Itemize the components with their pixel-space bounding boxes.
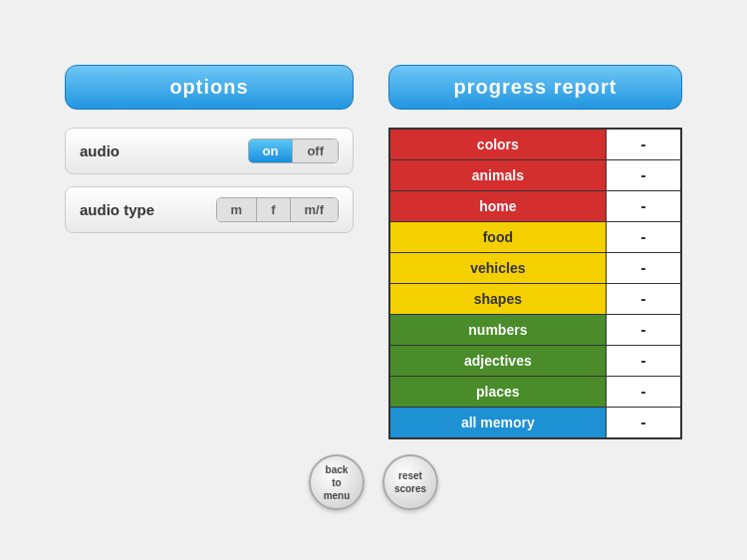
audio-type-label: audio type	[80, 201, 154, 218]
audio-type-m-button[interactable]: m	[217, 198, 258, 221]
score-cell: -	[606, 253, 681, 284]
table-row: adjectives-	[389, 346, 681, 377]
table-row: all memory-	[389, 408, 681, 439]
reset-scores-button[interactable]: resetscores	[382, 454, 438, 510]
category-cell: adjectives	[389, 346, 606, 377]
table-row: home-	[389, 191, 681, 222]
category-cell: all memory	[389, 408, 606, 439]
audio-type-mf-button[interactable]: m/f	[291, 198, 339, 221]
category-cell: colors	[389, 129, 606, 160]
score-cell: -	[606, 160, 681, 191]
back-to-menu-button[interactable]: backtomenu	[309, 454, 365, 510]
score-cell: -	[606, 346, 681, 377]
audio-off-button[interactable]: off	[293, 140, 338, 162]
progress-panel: progress report colors-animals-home-food…	[388, 65, 682, 439]
table-row: numbers-	[389, 315, 681, 346]
category-cell: vehicles	[389, 253, 606, 284]
progress-header: progress report	[388, 65, 682, 110]
table-row: places-	[389, 377, 681, 408]
table-row: colors-	[389, 129, 681, 160]
category-cell: numbers	[389, 315, 606, 346]
score-cell: -	[606, 377, 681, 408]
audio-type-toggle-group: m f m/f	[216, 197, 339, 222]
audio-option-row: audio on off	[65, 128, 354, 174]
category-cell: food	[389, 222, 606, 253]
table-row: shapes-	[389, 284, 681, 315]
table-row: food-	[389, 222, 681, 253]
table-row: vehicles-	[389, 253, 681, 284]
score-cell: -	[606, 315, 681, 346]
audio-label: audio	[80, 142, 120, 159]
category-cell: shapes	[389, 284, 606, 315]
bottom-buttons: backtomenu resetscores	[309, 454, 438, 510]
progress-table: colors-animals-home-food-vehicles-shapes…	[388, 128, 682, 439]
options-panel: options audio on off audio type m f m/f	[65, 65, 354, 245]
category-cell: places	[389, 377, 606, 408]
category-cell: home	[389, 191, 606, 222]
table-row: animals-	[389, 160, 681, 191]
score-cell: -	[606, 191, 681, 222]
score-cell: -	[606, 408, 681, 439]
category-cell: animals	[389, 160, 606, 191]
audio-type-f-button[interactable]: f	[257, 198, 290, 221]
audio-type-option-row: audio type m f m/f	[65, 186, 354, 233]
audio-on-button[interactable]: on	[249, 140, 294, 162]
score-cell: -	[606, 222, 681, 253]
score-cell: -	[606, 129, 681, 160]
audio-toggle-group: on off	[248, 139, 340, 163]
options-header: options	[65, 65, 354, 110]
score-cell: -	[606, 284, 681, 315]
